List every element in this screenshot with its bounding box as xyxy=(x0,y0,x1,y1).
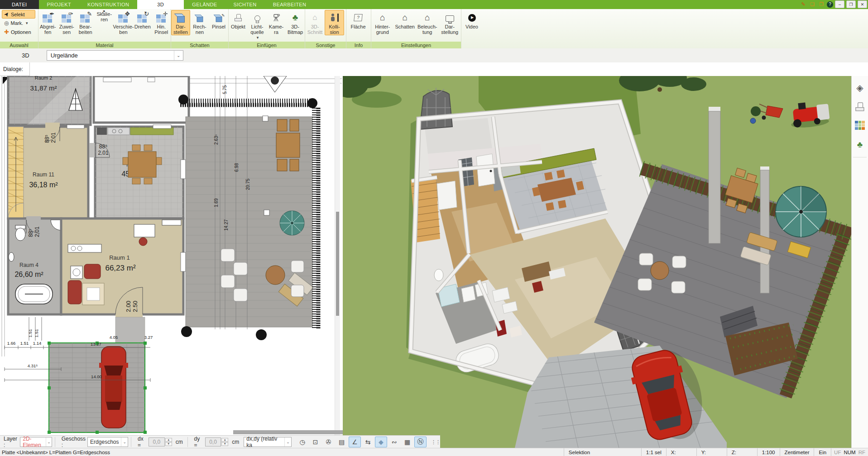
geschoss-select[interactable]: Erdgeschos ⌄ xyxy=(87,437,128,447)
notes-icon[interactable]: ▤ xyxy=(336,437,348,447)
optionen-label: Optionen xyxy=(11,29,31,35)
bulb-icon xyxy=(254,15,260,21)
dx-stepper[interactable]: ▲▼ xyxy=(165,438,172,446)
status-scale[interactable]: 1:100 xyxy=(757,448,780,456)
close-button[interactable]: ✕ xyxy=(858,0,867,8)
darstellen-button[interactable]: Dar- stellen xyxy=(171,10,190,35)
room-raum1[interactable]: Raum 1 66,23 m² xyxy=(61,218,183,314)
dy-label: dy = xyxy=(194,436,203,448)
verschieben-button[interactable]: Verschie- ben xyxy=(114,10,133,35)
layers-icon[interactable]: ◈ xyxy=(856,82,863,93)
rechnen-button[interactable]: Rech- nen xyxy=(190,10,209,35)
dy-unit: cm xyxy=(232,439,239,445)
schatten-pinsel-button[interactable]: ✎ Pinsel xyxy=(209,10,228,30)
mark-button[interactable]: ◎ Mark. xyxy=(2,19,35,27)
tab-gelaende[interactable]: GELÄNDE xyxy=(184,0,225,9)
plan-car[interactable] xyxy=(99,347,128,428)
dy-stepper[interactable]: ▲▼ xyxy=(221,438,228,446)
quick-paste-icon[interactable]: ❐ xyxy=(818,1,825,8)
plant-icon[interactable]: ♣ xyxy=(857,140,863,150)
plan-vscroll-thumb[interactable] xyxy=(336,212,339,316)
dx-input[interactable]: 0,0 xyxy=(149,437,164,446)
optionen-button[interactable]: ✚ Optionen xyxy=(2,28,35,36)
play-icon: ▶ xyxy=(468,14,476,22)
quick-copy-icon[interactable]: ❏ xyxy=(809,1,816,8)
grid-icon[interactable]: ▦ xyxy=(401,437,413,447)
brush-add-icon xyxy=(156,13,167,23)
render-3d-view[interactable] xyxy=(343,76,851,448)
3d-bitmap-label: 3D- Bitmap xyxy=(288,24,303,35)
terrain-select[interactable]: Urgelände ⌄ xyxy=(47,50,183,61)
toolbar-drag-handle[interactable]: ⋮⋮ xyxy=(431,439,440,445)
selekt-button[interactable]: ➤ Selekt xyxy=(2,10,35,19)
sofa xyxy=(84,264,101,279)
group-label-material: Material xyxy=(38,42,171,48)
abgreifen-button[interactable]: Abgrei- fen xyxy=(38,10,58,35)
objekt-button[interactable]: Objekt xyxy=(229,10,248,30)
room-top-middle[interactable] xyxy=(94,76,189,123)
stairs[interactable] xyxy=(8,127,24,218)
hintergrund-button[interactable]: ⌂ Hinter- grund xyxy=(371,10,394,35)
north-icon[interactable]: Ⓝ xyxy=(414,437,427,447)
status-z: Z: xyxy=(727,448,757,456)
lichtquelle-button[interactable]: Licht- quelle xyxy=(248,10,267,41)
3d-bitmap-button[interactable]: ♣ 3D- Bitmap xyxy=(286,10,305,35)
schatten-button[interactable]: ⌂ Schatten xyxy=(394,10,417,30)
svg-text:1.69: 1.69 xyxy=(214,198,219,207)
objekt-label: Objekt xyxy=(231,24,245,30)
skalieren-button[interactable]: Skalie- ren xyxy=(95,10,114,23)
status-uf: UF xyxy=(834,450,841,455)
room-raum3[interactable]: Raum 3 45,42 m² xyxy=(95,127,183,218)
ribbon-group-info: Fläche Info xyxy=(346,9,371,48)
tab-sichten[interactable]: SICHTEN xyxy=(225,0,265,9)
status-x: X: xyxy=(666,448,696,456)
tab-projekt[interactable]: PROJEKT xyxy=(39,0,80,9)
drehen-button[interactable]: Drehen xyxy=(133,10,152,30)
group-label-sonstige: Sonstige xyxy=(305,42,346,48)
kamera-button[interactable]: Kame- ra xyxy=(267,10,286,35)
zuweisen-button[interactable]: Zuwei- sen xyxy=(58,10,77,35)
dy-input[interactable]: 0,0 xyxy=(205,437,221,446)
monitor-icon[interactable]: ⊡ xyxy=(309,437,321,447)
toilet-3d xyxy=(434,269,443,281)
svg-text:5.75: 5.75 xyxy=(222,85,227,94)
furniture-icon[interactable] xyxy=(855,102,864,111)
minimize-button[interactable]: – xyxy=(835,0,844,8)
floorplan-2d-view[interactable]: Raum 2 31,87 m² Raum 11 36,18 m² Raum xyxy=(0,76,343,435)
help-icon[interactable]: ? xyxy=(827,1,833,8)
clock-icon[interactable]: ◷ xyxy=(296,437,308,447)
angle-snap-icon[interactable]: ∠ xyxy=(349,437,361,447)
beleuchtung-button[interactable]: ⌂ Beleuch- tung xyxy=(416,10,439,35)
maximize-button[interactable]: ❐ xyxy=(846,0,856,8)
ortho-icon[interactable]: ◆ xyxy=(375,437,387,447)
tab-konstruktion[interactable]: KONSTRUKTION xyxy=(79,0,137,9)
coord-mode-select[interactable]: dx,dy (relativ ka ⌄ xyxy=(244,437,292,447)
layer-select[interactable]: 2D-Elemen ⌄ xyxy=(20,437,52,447)
darstellung-button[interactable]: Dar- stellung xyxy=(439,10,461,35)
marker-icon: ◎ xyxy=(4,20,9,26)
menu-tab-bar: DATEI PROJEKT KONSTRUKTION 3D GELÄNDE SI… xyxy=(0,0,868,9)
plugin-icon[interactable]: ✇ xyxy=(322,437,335,447)
plan-hscroll-thumb[interactable] xyxy=(233,430,343,434)
video-button[interactable]: ▶ Video xyxy=(461,10,482,30)
group-label-einstellungen: Einstellungen xyxy=(371,42,461,48)
svg-text:88⁵: 88⁵ xyxy=(44,135,50,143)
measure-icon[interactable]: ⇆ xyxy=(362,437,374,447)
flaeche-button[interactable]: Fläche xyxy=(346,10,370,30)
bearbeiten-button[interactable]: Bear- beiten xyxy=(76,10,95,35)
3d-schnitt-button[interactable]: ⌂ 3D- Schnitt xyxy=(305,10,325,35)
hin-pinsel-button[interactable]: Hin. Pinsel xyxy=(152,10,171,35)
tab-datei[interactable]: DATEI xyxy=(0,0,39,9)
quick-edit-icon[interactable]: ✎ xyxy=(800,1,807,8)
plan-vertical-scrollbar[interactable] xyxy=(335,76,340,435)
tab-bearbeiten[interactable]: BEARBEITEN xyxy=(265,0,315,9)
status-ein[interactable]: Ein xyxy=(814,448,831,456)
tree-icon: ♣ xyxy=(293,15,298,20)
material-palette-icon[interactable] xyxy=(855,121,865,130)
tab-3d[interactable]: 3D xyxy=(137,0,184,9)
kollision-button[interactable]: Kolli- sion xyxy=(325,10,344,35)
rotate-icon xyxy=(137,13,148,23)
status-unit[interactable]: Zentimeter xyxy=(780,448,814,456)
driveway-selected[interactable] xyxy=(48,342,147,434)
curve-icon[interactable]: ∾ xyxy=(388,437,400,447)
